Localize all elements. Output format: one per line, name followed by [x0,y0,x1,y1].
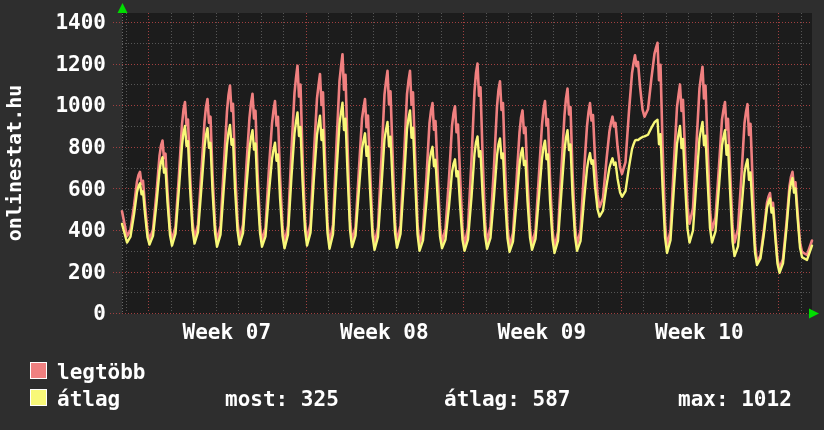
x-tick-label: Week 08 [340,321,429,343]
stat-atlag: átlag: 587 [444,388,570,410]
y-tick-label: 600 [68,178,106,200]
legend-swatch-atlag [30,389,47,406]
stat-most: most: 325 [225,388,339,410]
y-tick-label: 0 [93,302,106,324]
y-tick-label: 800 [68,136,106,158]
legend-label-atlag: átlag [57,388,120,410]
legend-label-legtobb: legtöbb [57,361,146,383]
x-tick-label: Week 10 [655,321,744,343]
x-tick-label: Week 09 [498,321,587,343]
legend-swatch-legtobb [30,362,47,379]
y-tick-label: 200 [68,261,106,283]
y-tick-label: 1400 [55,11,106,33]
stat-max: max: 1012 [678,388,792,410]
y-tick-label: 1000 [55,94,106,116]
x-tick-label: Week 07 [183,321,272,343]
rrd-graph-panel: onlinestat.hu 0200400600800100012001400 … [0,0,824,430]
y-axis-labels: 0200400600800100012001400 [0,0,108,340]
y-tick-label: 1200 [55,53,106,75]
y-tick-label: 400 [68,219,106,241]
